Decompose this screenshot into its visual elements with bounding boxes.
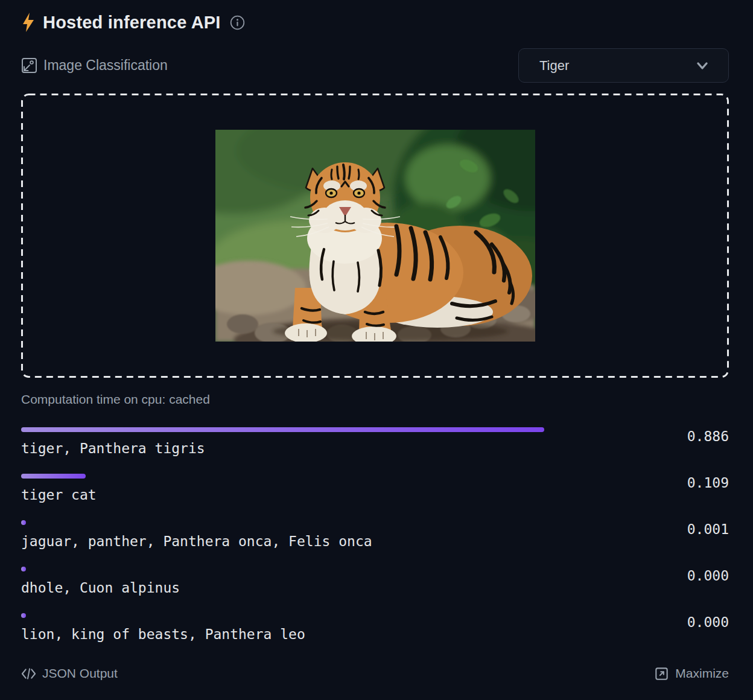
classification-result-row: lion, king of beasts, Panthera leo 0.000	[21, 613, 729, 643]
classification-results: tiger, Panthera tigris 0.886 tiger cat 0…	[21, 427, 729, 643]
maximize-icon	[654, 666, 669, 681]
tiger-preview-image	[215, 130, 535, 342]
result-label: dhole, Cuon alpinus	[21, 579, 729, 597]
score-bar-track	[21, 474, 611, 479]
score-bar	[21, 427, 544, 432]
score-bar-track	[21, 427, 611, 432]
score-bar	[21, 567, 26, 571]
classification-result-row: tiger, Panthera tigris 0.886	[21, 427, 729, 457]
maximize-label: Maximize	[675, 666, 729, 681]
score-bar	[21, 520, 26, 525]
computation-time: Computation time on cpu: cached	[21, 391, 729, 408]
example-select[interactable]: Tiger	[518, 48, 729, 83]
code-icon	[21, 666, 36, 681]
widget-header: Hosted inference API	[21, 12, 729, 33]
classification-result-row: dhole, Cuon alpinus 0.000	[21, 567, 729, 597]
lightning-icon	[21, 13, 36, 32]
result-score: 0.000	[687, 614, 729, 630]
classification-result-row: tiger cat 0.109	[21, 474, 729, 504]
task-type: Image Classification	[21, 57, 168, 74]
score-bar-track	[21, 567, 611, 571]
score-bar-track	[21, 520, 611, 525]
result-score: 0.001	[687, 521, 729, 537]
task-type-label: Image Classification	[43, 57, 168, 74]
result-score: 0.886	[687, 428, 729, 444]
maximize-button[interactable]: Maximize	[654, 666, 729, 681]
classification-result-row: jaguar, panther, Panthera onca, Felis on…	[21, 520, 729, 550]
json-output-button[interactable]: JSON Output	[21, 666, 118, 681]
json-output-label: JSON Output	[42, 666, 118, 681]
example-select-value: Tiger	[539, 58, 693, 74]
info-icon[interactable]	[230, 15, 245, 30]
result-label: jaguar, panther, Panthera onca, Felis on…	[21, 532, 729, 550]
page-title: Hosted inference API	[43, 13, 221, 33]
score-bar	[21, 474, 86, 479]
result-score: 0.109	[687, 475, 729, 491]
result-label: tiger, Panthera tigris	[21, 439, 729, 457]
result-label: tiger cat	[21, 486, 729, 504]
hosted-inference-widget: Hosted inference API Image Classificatio…	[21, 12, 729, 682]
image-classification-icon	[21, 57, 37, 74]
result-label: lion, king of beasts, Panthera leo	[21, 625, 729, 643]
score-bar	[21, 613, 26, 618]
score-bar-track	[21, 613, 611, 618]
task-row: Image Classification Tiger	[21, 48, 729, 83]
chevron-down-icon	[693, 57, 711, 75]
result-score: 0.000	[687, 568, 729, 584]
image-dropzone[interactable]	[21, 94, 729, 378]
widget-footer: JSON Output Maximize	[21, 665, 729, 682]
